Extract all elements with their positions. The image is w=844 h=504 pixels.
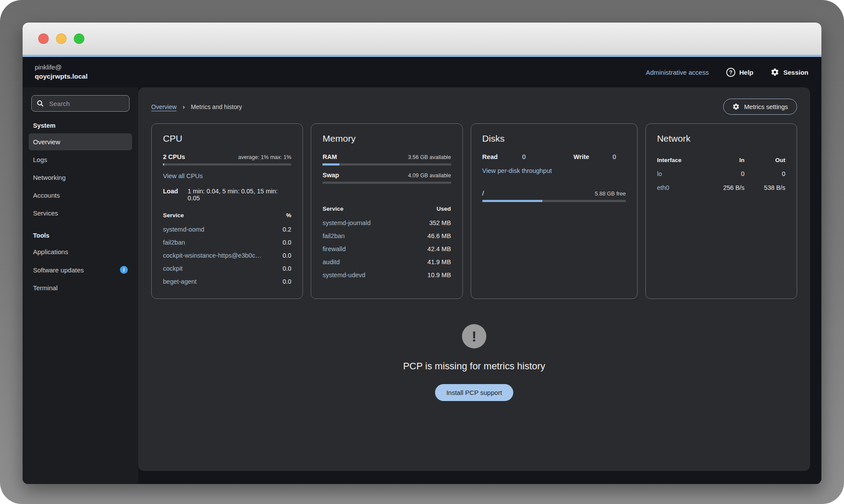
service-link[interactable]: cockpit xyxy=(163,265,183,272)
sidebar-item-logs[interactable]: Logs xyxy=(29,151,132,168)
administrative-access-link[interactable]: Administrative access xyxy=(646,69,709,76)
service-value: 0.2 xyxy=(281,223,291,236)
help-button[interactable]: Help xyxy=(726,68,754,77)
service-link[interactable]: systemd-journald xyxy=(322,219,370,226)
session-label: Session xyxy=(783,69,808,76)
interface-link[interactable]: eth0 xyxy=(657,184,669,191)
disk-write-value: 0 xyxy=(613,153,626,160)
network-card-title: Network xyxy=(657,133,785,144)
ram-label: RAM xyxy=(322,153,337,160)
service-link[interactable]: beget-agent xyxy=(163,278,196,285)
table-row: fail2ban 46.6 MB xyxy=(322,229,451,242)
mac-window: pinklife@ qoycjrwpts.local Administrativ… xyxy=(23,23,821,484)
sidebar-item-label: Accounts xyxy=(33,192,60,199)
swap-available: 4.09 GB available xyxy=(408,172,451,179)
network-col-in: In xyxy=(704,153,744,167)
cpu-usage-bar xyxy=(163,163,291,166)
service-value: 46.6 MB xyxy=(409,229,451,242)
interface-link[interactable]: lo xyxy=(657,170,662,177)
swap-usage-bar xyxy=(322,182,451,184)
service-link[interactable]: systemd-udevd xyxy=(322,272,365,279)
cpu-table-col-service: Service xyxy=(163,209,281,223)
disk-free-label: 5.88 GB free xyxy=(595,191,626,197)
sidebar-item-label: Networking xyxy=(33,174,66,181)
metrics-settings-button[interactable]: Metrics settings xyxy=(723,99,797,115)
breadcrumb: Overview Metrics and history xyxy=(151,103,242,110)
disk-usage-bar xyxy=(482,200,626,202)
disk-write-label: Write xyxy=(574,153,613,160)
cpu-usage-bar-fill xyxy=(163,163,164,166)
service-link[interactable]: fail2ban xyxy=(322,232,345,239)
service-value: 0.0 xyxy=(281,275,291,288)
traffic-lights xyxy=(38,33,84,44)
disks-card-title: Disks xyxy=(482,133,626,144)
sidebar: System Overview Logs Networking Accounts xyxy=(23,87,138,484)
sidebar-search xyxy=(31,95,130,112)
table-row: systemd-oomd 0.2 xyxy=(163,223,291,236)
memory-card-title: Memory xyxy=(322,133,451,144)
sidebar-item-applications[interactable]: Applications xyxy=(29,243,132,260)
sidebar-item-networking[interactable]: Networking xyxy=(29,169,132,186)
cpu-table-col-percent: % xyxy=(281,209,291,223)
metrics-panel: Overview Metrics and history Metrics set… xyxy=(138,87,810,471)
service-value: 0.0 xyxy=(281,262,291,275)
mount-row: / 5.88 GB free xyxy=(482,189,626,197)
table-row: eth0 256 B/s 538 B/s xyxy=(657,181,785,195)
session-button[interactable]: Session xyxy=(771,68,808,76)
sidebar-item-label: Overview xyxy=(33,138,60,146)
sidebar-item-overview[interactable]: Overview xyxy=(29,133,132,150)
app-header: pinklife@ qoycjrwpts.local Administrativ… xyxy=(23,57,821,87)
service-value: 42.4 MB xyxy=(409,242,451,255)
minimize-window-button[interactable] xyxy=(56,33,66,44)
zoom-window-button[interactable] xyxy=(74,33,84,44)
sidebar-section-system: System xyxy=(33,122,128,129)
sidebar-item-accounts[interactable]: Accounts xyxy=(29,187,132,204)
view-per-disk-throughput-link[interactable]: View per-disk throughput xyxy=(482,167,552,174)
service-link[interactable]: fail2ban xyxy=(163,239,185,246)
load-label: Load xyxy=(163,188,178,202)
service-value: 10.9 MB xyxy=(409,269,451,282)
sidebar-item-label: Software updates xyxy=(33,266,84,274)
disks-card: Disks Read 0 Write 0 View per-disk throu… xyxy=(471,123,638,299)
sidebar-item-terminal[interactable]: Terminal xyxy=(29,279,132,296)
sidebar-item-software-updates[interactable]: Software updates xyxy=(29,261,132,279)
network-col-interface: Interface xyxy=(657,153,704,167)
service-link[interactable]: cockpit-wsinstance-https@e3b0c… xyxy=(163,252,262,259)
host-user: pinklife@ xyxy=(35,63,87,72)
service-link[interactable]: systemd-oomd xyxy=(163,226,204,233)
table-row: fail2ban 0.0 xyxy=(163,236,291,249)
table-row: systemd-udevd 10.9 MB xyxy=(322,269,451,282)
table-row: firewalld 42.4 MB xyxy=(322,242,451,255)
table-row: beget-agent 0.0 xyxy=(163,275,291,288)
service-value: 41.9 MB xyxy=(409,255,451,269)
swap-label: Swap xyxy=(322,172,339,179)
chevron-right-icon xyxy=(183,103,185,110)
close-window-button[interactable] xyxy=(38,33,49,44)
interface-in: 256 B/s xyxy=(704,181,744,195)
service-link[interactable]: auditd xyxy=(322,259,340,265)
app-body: System Overview Logs Networking Accounts xyxy=(23,87,821,484)
help-icon xyxy=(726,68,735,77)
sidebar-section-tools: Tools xyxy=(33,232,128,239)
sidebar-item-label: Applications xyxy=(33,248,68,255)
memory-table-col-used: Used xyxy=(409,203,451,216)
search-input[interactable] xyxy=(31,95,130,112)
cockpit-app: pinklife@ qoycjrwpts.local Administrativ… xyxy=(23,57,821,484)
install-pcp-button[interactable]: Install PCP support xyxy=(435,384,513,401)
host-name: qoycjrwpts.local xyxy=(35,72,87,81)
view-all-cpus-link[interactable]: View all CPUs xyxy=(163,172,203,179)
breadcrumb-overview-link[interactable]: Overview xyxy=(151,103,176,110)
table-row: lo 0 0 xyxy=(657,167,785,181)
service-link[interactable]: firewalld xyxy=(322,245,346,252)
network-col-out: Out xyxy=(744,153,785,167)
device-frame: pinklife@ qoycjrwpts.local Administrativ… xyxy=(0,0,844,504)
memory-card: Memory RAM 3.56 GB available Swap xyxy=(311,123,462,299)
info-icon xyxy=(120,266,128,274)
disk-read-label: Read xyxy=(482,153,522,160)
panel-toolbar: Overview Metrics and history Metrics set… xyxy=(151,99,797,115)
memory-service-table: Service Used systemd-journald 352 MB xyxy=(322,203,451,282)
table-row: cockpit-wsinstance-https@e3b0c… 0.0 xyxy=(163,249,291,262)
gear-icon xyxy=(771,68,779,76)
ram-available: 3.56 GB available xyxy=(408,154,451,160)
sidebar-item-services[interactable]: Services xyxy=(29,205,132,222)
